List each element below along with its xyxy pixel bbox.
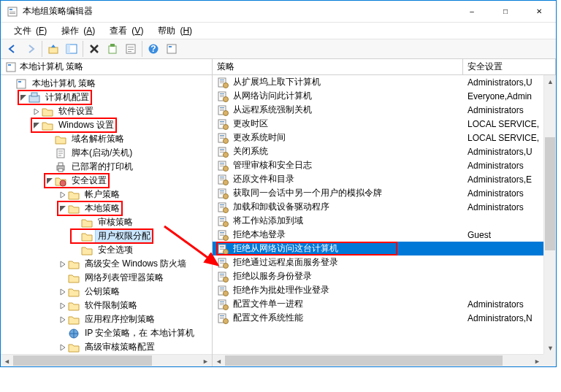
export-button[interactable]: [104, 40, 121, 58]
scroll-left-button[interactable]: ◄: [1, 355, 13, 367]
collapse-icon[interactable]: [45, 176, 55, 186]
scroll-down-button[interactable]: ▼: [544, 342, 557, 354]
scroll-right-button[interactable]: ►: [199, 355, 212, 367]
refresh-button[interactable]: [163, 40, 180, 58]
app-icon: [7, 6, 18, 18]
policy-row[interactable]: 从扩展坞上取下计算机Administrators,U: [213, 75, 556, 89]
tree-node[interactable]: 帐户策略: [1, 188, 212, 201]
tree-node[interactable]: 计算机配置: [1, 91, 212, 104]
tree-node[interactable]: 安全设置: [1, 174, 212, 188]
svg-rect-84: [220, 220, 224, 220]
expand-icon[interactable]: [58, 315, 68, 325]
tree-node[interactable]: Windows 设置: [1, 118, 212, 132]
tree-node[interactable]: 审核策略: [1, 215, 212, 229]
tree-node[interactable]: 脚本(启动/关机): [1, 146, 212, 160]
tree-node[interactable]: 域名解析策略: [1, 132, 212, 146]
policy-row[interactable]: 从网络访问此计算机Everyone,Admin: [213, 89, 556, 103]
col-security[interactable]: 安全设置: [463, 59, 556, 74]
policy-row[interactable]: 拒绝通过远程桌面服务登录: [213, 255, 556, 269]
menu-file[interactable]: 文件(F): [5, 23, 51, 39]
maximize-button[interactable]: □: [489, 1, 522, 23]
svg-point-46: [224, 110, 229, 115]
policy-row[interactable]: 更改系统时间LOCAL SERVICE,: [213, 131, 556, 145]
policy-row[interactable]: 关闭系统Administrators,U: [213, 145, 556, 158]
tree-node[interactable]: 安全选项: [1, 243, 212, 257]
tree-node[interactable]: 本地策略: [1, 201, 212, 215]
close-button[interactable]: ✕: [522, 1, 556, 23]
expand-icon[interactable]: [58, 342, 68, 353]
svg-rect-34: [220, 81, 224, 82]
tree-node[interactable]: 用户权限分配: [1, 229, 212, 243]
menu-action[interactable]: 操作(A): [53, 23, 99, 39]
forward-button[interactable]: [22, 40, 39, 58]
tree-hscrollbar[interactable]: ◄ ►: [1, 354, 212, 366]
policy-row[interactable]: 拒绝从网络访问这台计算机: [213, 242, 556, 255]
menu-view[interactable]: 查看(V): [101, 23, 148, 39]
collapse-icon[interactable]: [18, 93, 28, 103]
tree-node[interactable]: 应用程序控制策略: [1, 312, 212, 326]
tree-node[interactable]: 软件限制策略: [1, 299, 212, 312]
expand-icon[interactable]: [31, 107, 42, 117]
svg-rect-20: [18, 81, 21, 82]
policy-row[interactable]: 拒绝本地登录Guest: [213, 228, 556, 242]
show-hide-tree-button[interactable]: [63, 40, 80, 58]
expand-icon[interactable]: [58, 287, 68, 297]
policy-row[interactable]: 还原文件和目录Administrators,E: [213, 172, 556, 186]
tree-node[interactable]: 软件设置: [1, 104, 212, 118]
scroll-right-button[interactable]: ►: [531, 355, 543, 367]
svg-rect-65: [220, 166, 224, 166]
policy-row[interactable]: 更改时区LOCAL SERVICE,: [213, 117, 556, 131]
up-button[interactable]: [45, 40, 62, 58]
tree-column-header[interactable]: 本地计算机 策略: [1, 59, 212, 75]
policy-row[interactable]: 加载和卸载设备驱动程序Administrators: [213, 200, 556, 214]
security-setting: Administrators: [463, 188, 556, 199]
help-button[interactable]: ?: [145, 40, 162, 58]
delete-button[interactable]: [85, 40, 103, 58]
list-view[interactable]: 从扩展坞上取下计算机Administrators,U从网络访问此计算机Every…: [213, 75, 556, 366]
scroll-left-button[interactable]: ◄: [213, 355, 225, 367]
tree-node[interactable]: 本地计算机 策略: [1, 77, 212, 91]
list-vscroll-thumb[interactable]: [545, 137, 555, 250]
policy-row[interactable]: 配置文件系统性能Administrators,N: [213, 311, 556, 325]
tree-view[interactable]: 本地计算机 策略计算机配置软件设置Windows 设置域名解析策略脚本(启动/关…: [1, 75, 212, 366]
svg-rect-78: [220, 204, 224, 205]
list-hscroll-thumb[interactable]: [225, 356, 503, 366]
policy-row[interactable]: 配置文件单一进程Administrators: [213, 297, 556, 311]
list-vscrollbar[interactable]: ▲ ▼: [543, 75, 556, 354]
tree-node[interactable]: IP 安全策略，在 本地计算机: [1, 326, 212, 340]
collapse-icon[interactable]: [31, 120, 42, 131]
expand-icon[interactable]: [58, 259, 68, 269]
policy-row[interactable]: 从远程系统强制关机Administrators: [213, 103, 556, 117]
tree-node[interactable]: 网络列表管理器策略: [1, 271, 212, 285]
policy-icon: [217, 229, 229, 241]
policy-row[interactable]: 将工作站添加到域: [213, 214, 556, 228]
tree-node[interactable]: 公钥策略: [1, 285, 212, 299]
policy-row[interactable]: 管理审核和安全日志Administrators: [213, 158, 556, 172]
scroll-up-button[interactable]: ▲: [544, 75, 557, 88]
tree-node[interactable]: 高级安全 Windows 防火墙: [1, 257, 212, 271]
titlebar[interactable]: 本地组策略编辑器 – □ ✕: [1, 1, 556, 23]
security-setting: Administrators: [463, 161, 556, 171]
policy-row[interactable]: 拒绝作为批处理作业登录: [213, 283, 556, 297]
policy-row[interactable]: 拒绝以服务身份登录: [213, 269, 556, 283]
policy-icon: [217, 146, 229, 158]
expand-icon[interactable]: [58, 301, 68, 311]
tree-hscroll-thumb[interactable]: [13, 356, 152, 366]
policy-row[interactable]: 获取同一会话中另一个用户的模拟令牌Administrators: [213, 186, 556, 200]
col-policy[interactable]: 策略: [213, 59, 463, 74]
menu-help[interactable]: 帮助(H): [149, 23, 196, 39]
back-button[interactable]: [4, 40, 21, 58]
svg-rect-63: [220, 163, 224, 164]
properties-button[interactable]: [122, 40, 140, 58]
tree-node[interactable]: 高级审核策略配置: [1, 340, 212, 354]
list-hscrollbar[interactable]: ◄ ►: [213, 354, 543, 366]
policy-icon: [217, 299, 229, 310]
minimize-button[interactable]: –: [455, 1, 489, 23]
security-setting: Administrators: [463, 105, 556, 115]
tree-node[interactable]: 已部署的打印机: [1, 160, 212, 174]
svg-rect-55: [220, 138, 224, 139]
folder-icon: [68, 286, 80, 298]
tree-node-label: 高级安全 Windows 防火墙: [83, 257, 188, 271]
expand-icon[interactable]: [58, 190, 68, 200]
collapse-icon[interactable]: [58, 204, 68, 214]
